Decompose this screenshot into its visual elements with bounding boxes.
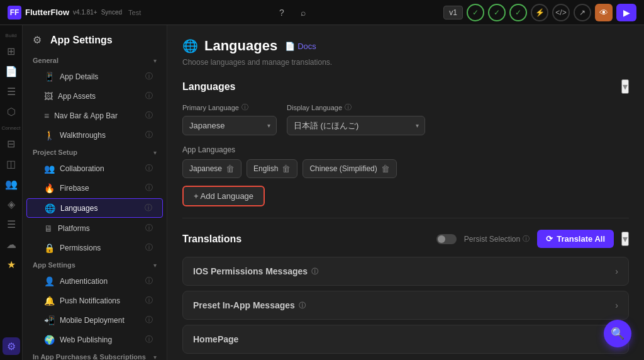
topbar-right: v1 ✓ ✓ ✓ ⚡ </> ↗ 👁 ▶ [443, 4, 636, 21]
lang-chip-japanese-delete[interactable]: 🗑 [226, 164, 235, 174]
platforms-label: Platforms [58, 224, 90, 233]
push-notifications-label: Push Notifications [60, 296, 120, 305]
permissions-icon: 🔒 [44, 243, 55, 253]
sidebar-icon-theme[interactable]: ⬡ [3, 103, 20, 120]
divider [182, 218, 629, 218]
sidebar-item-push-notifications[interactable]: 🔔 Push Notifications ⓘ [26, 291, 163, 310]
settings-header-icon: ⚙ [33, 34, 45, 47]
section-project-setup[interactable]: Project Setup ▾ [23, 145, 167, 159]
page-icon: 🌐 [182, 38, 198, 53]
section-app-settings[interactable]: App Settings ▾ [23, 257, 167, 271]
sidebar-item-app-details[interactable]: 📱 App Details ⓘ [26, 67, 163, 86]
accordion-ios-permissions[interactable]: IOS Permissions Messages ⓘ › [182, 257, 629, 286]
accordion-ios-chevron: › [615, 266, 618, 276]
collaboration-icon: 👥 [44, 164, 55, 174]
primary-language-select[interactable]: Japanese English Chinese (Simplified) [182, 116, 277, 135]
sidebar-icon-pages[interactable]: 📄 [3, 62, 20, 80]
primary-language-field: Primary Language ⓘ Japanese English Chin… [182, 103, 277, 135]
translate-all-button[interactable]: ⟳ Translate All [537, 230, 614, 248]
section-general[interactable]: General ▾ [23, 53, 167, 67]
languages-label: Languages [60, 204, 97, 213]
sidebar-icon-build[interactable]: ⊞ [3, 42, 20, 60]
brand-name: FlutterFlow [25, 8, 69, 17]
sidebar-icon-analytics[interactable]: ☰ [3, 215, 20, 233]
permissions-label: Permissions [60, 244, 101, 252]
walkthroughs-label: Walkthroughs [60, 131, 106, 140]
display-language-select-wrapper: 日本語 (にほんご) English ▾ [287, 116, 425, 135]
firebase-info: ⓘ [145, 183, 153, 193]
sidebar-icon-settings[interactable]: ⚙ [3, 337, 20, 355]
primary-language-info-icon: ⓘ [242, 103, 248, 112]
primary-language-select-wrapper: Japanese English Chinese (Simplified) ▾ [182, 116, 277, 135]
lang-chip-english: English 🗑 [247, 159, 297, 178]
sidebar-icon-users[interactable]: 👥 [3, 175, 20, 193]
add-language-button[interactable]: + Add Language [182, 186, 265, 206]
translations-collapse-button[interactable]: ▾ [621, 232, 629, 246]
accordion-preset-label: Preset In-App Messages ⓘ [193, 300, 306, 310]
sidebar-icon-star[interactable]: ★ [3, 256, 20, 273]
preview-button[interactable]: 👁 [595, 4, 613, 21]
web-publishing-info: ⓘ [145, 334, 153, 345]
brand-sync: Synced [101, 9, 122, 16]
sidebar-item-firebase[interactable]: 🔥 Firebase ⓘ [26, 179, 163, 197]
topbar-icons: ? ⌕ [273, 4, 312, 21]
sidebar-icon-integrations[interactable]: ☁ [3, 235, 20, 253]
status-check-2: ✓ [488, 4, 506, 21]
sidebar-item-web-publishing[interactable]: 🌍 Web Publishing ⓘ [26, 330, 163, 349]
fab-search-button[interactable]: 🔍 [604, 320, 631, 347]
sidebar-item-authentication[interactable]: 👤 Authentication ⓘ [26, 272, 163, 290]
sidebar-item-walkthroughs[interactable]: 🚶 Walkthroughs ⓘ [26, 126, 163, 144]
sidebar-icon-components[interactable]: ☰ [3, 82, 20, 100]
nav-bar-info: ⓘ [145, 110, 153, 121]
sidebar-item-platforms[interactable]: 🖥 Platforms ⓘ [26, 219, 163, 237]
persist-selection-label: Persist Selection ⓘ [464, 234, 530, 244]
accordion-preset-info: ⓘ [299, 301, 306, 310]
sidebar-icon-data[interactable]: ◫ [3, 155, 20, 172]
web-publishing-label: Web Publishing [60, 335, 112, 344]
display-language-field: Display Language ⓘ 日本語 (にほんご) English ▾ [287, 103, 425, 135]
sidebar-item-languages[interactable]: 🌐 Languages ⓘ [26, 198, 163, 218]
run-button[interactable]: ▶ [616, 4, 636, 21]
section-in-app-label: In App Purchases & Subscriptions [33, 353, 146, 360]
build-label: Build [0, 33, 22, 38]
lang-chip-english-delete[interactable]: 🗑 [282, 164, 291, 174]
docs-link[interactable]: 📄 Docs [285, 42, 316, 51]
app-languages-label: App Languages [182, 145, 629, 154]
version-selector[interactable]: v1 [443, 6, 463, 20]
sidebar-item-mobile-deployment[interactable]: 📲 Mobile Deployment ⓘ [26, 311, 163, 329]
help-button[interactable]: ? [273, 4, 291, 21]
accordion-ios-info: ⓘ [311, 267, 318, 276]
sidebar-item-app-assets[interactable]: 🖼 App Assets ⓘ [26, 87, 163, 105]
brand-icon: FF [8, 6, 21, 20]
collaboration-info: ⓘ [145, 163, 153, 174]
languages-info: ⓘ [145, 203, 152, 213]
accordion-homepage[interactable]: HomePage › [182, 325, 629, 354]
primary-language-label: Primary Language ⓘ [182, 103, 277, 112]
lang-chip-chinese-delete[interactable]: 🗑 [381, 164, 390, 174]
languages-icon: 🌐 [45, 203, 55, 213]
display-language-select[interactable]: 日本語 (にほんご) English [287, 116, 425, 135]
persist-selection-toggle[interactable] [436, 234, 457, 244]
brand-logo: FF FlutterFlow v4.1.81+ Synced [8, 6, 122, 20]
search-button[interactable]: ⌕ [294, 4, 312, 21]
sidebar-item-permissions[interactable]: 🔒 Permissions ⓘ [26, 239, 163, 257]
sidebar-item-nav-bar[interactable]: ≡ Nav Bar & App Bar ⓘ [26, 106, 163, 125]
accordion-preset-in-app[interactable]: Preset In-App Messages ⓘ › [182, 291, 629, 320]
section-project-chevron: ▾ [153, 149, 157, 156]
status-check-3: ✓ [509, 4, 527, 21]
sidebar-icon-actions[interactable]: ◈ [3, 195, 20, 213]
app-assets-info: ⓘ [145, 91, 153, 101]
permissions-info: ⓘ [145, 242, 153, 253]
section-in-app-purchases[interactable]: In App Purchases & Subscriptions ▾ [23, 349, 167, 360]
authentication-info: ⓘ [145, 276, 153, 286]
content-area: 🌐 Languages 📄 Docs Choose languages and … [167, 25, 644, 360]
app-assets-icon: 🖼 [44, 91, 53, 101]
status-check-1: ✓ [467, 4, 484, 21]
sidebar-icon-api[interactable]: ⊟ [3, 135, 20, 152]
languages-section-collapse[interactable]: ▾ [621, 79, 629, 94]
page-title-row: 🌐 Languages [182, 38, 277, 54]
mobile-deployment-icon: 📲 [44, 315, 55, 325]
mobile-deployment-info: ⓘ [145, 315, 153, 325]
authentication-label: Authentication [60, 277, 108, 286]
sidebar-item-collaboration[interactable]: 👥 Collaboration ⓘ [26, 159, 163, 177]
